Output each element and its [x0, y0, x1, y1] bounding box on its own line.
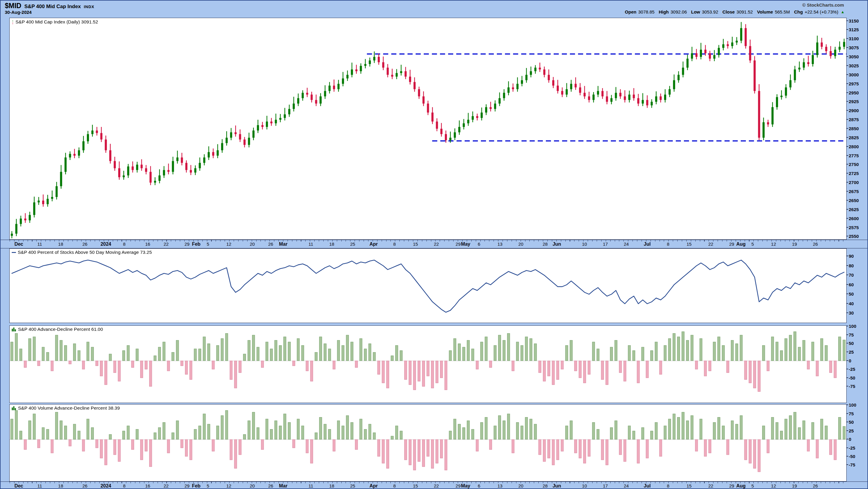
- x-axis-label: 25: [350, 483, 355, 488]
- y-axis-tick: [846, 119, 848, 120]
- price-panel-label: ↑↓ S&P 400 Mid Cap Index (Daily) 3091.52: [12, 19, 98, 25]
- x-axis-strip-bottom: Dec11182620248162229Feb5122026Mar111825A…: [1, 482, 868, 489]
- y-axis-label: 80: [849, 263, 854, 268]
- y-axis-tick: [846, 404, 848, 405]
- y-axis-label: 90: [849, 253, 854, 258]
- x-axis-label: 18: [329, 483, 335, 488]
- y-axis-tick: [846, 236, 848, 236]
- x-axis-label: 12: [226, 483, 231, 488]
- y-axis-label: 2650: [849, 197, 859, 203]
- y-axis-tick: [846, 265, 848, 266]
- volume-value: 565.5M: [775, 9, 790, 14]
- y-axis-tick: [846, 422, 848, 422]
- y-axis-tick: [846, 200, 848, 201]
- y-axis-label: 2700: [849, 180, 859, 185]
- y-axis-label: 3150: [849, 18, 859, 23]
- x-axis-label: Apr: [369, 483, 378, 489]
- y-axis-label: 0: [849, 358, 851, 363]
- y-axis-tick: [846, 439, 848, 439]
- low-value: 3053.92: [702, 9, 718, 14]
- y-axis-tick: [846, 456, 848, 457]
- y-axis-label: 3050: [849, 54, 859, 59]
- x-axis-label: 11: [309, 242, 313, 247]
- x-axis-label: 16: [145, 483, 150, 488]
- x-axis-label: 8: [394, 483, 396, 488]
- y-axis-tick: [846, 110, 848, 111]
- y-axis-tick: [846, 294, 848, 294]
- x-axis-label: 10: [582, 242, 587, 247]
- ad-percent-bar-canvas: [10, 326, 846, 403]
- open-label: Open: [625, 9, 637, 14]
- y-axis-tick: [846, 218, 848, 219]
- y-axis-label: -75: [849, 462, 856, 467]
- x-axis-label: 29: [456, 483, 461, 488]
- y-axis-label: 2550: [849, 234, 859, 239]
- x-axis-label: Dec: [14, 242, 23, 247]
- y-axis-label: 70: [849, 272, 854, 278]
- y-axis-label: 0: [849, 437, 851, 442]
- x-axis-label: 29: [730, 483, 735, 488]
- x-axis-label: 8: [123, 483, 125, 488]
- y-axis-tick: [846, 430, 848, 431]
- x-axis-label: 26: [268, 242, 273, 247]
- ad-percent-label-text: S&P 400 Advance-Decline Percent 61.00: [18, 327, 103, 332]
- y-axis-tick: [846, 164, 848, 164]
- x-axis-label: 2024: [100, 483, 111, 489]
- pct-above-50dma-label-text: S&P 400 Percent of Stocks Above 50 Day M…: [18, 250, 152, 255]
- y-axis-tick: [846, 303, 848, 304]
- y-axis-label: 3000: [849, 72, 859, 77]
- open-value: 3078.85: [638, 9, 654, 14]
- x-axis-label: 5: [751, 242, 754, 247]
- price-candlestick-canvas: [10, 18, 846, 239]
- y-axis-label: 3075: [849, 45, 859, 50]
- x-axis-label: 20: [518, 483, 523, 488]
- y-axis-label: 40: [849, 301, 854, 306]
- y-axis-tick: [846, 343, 848, 343]
- x-axis-label: 18: [58, 483, 63, 488]
- x-axis-label: 8: [667, 242, 669, 247]
- up-triangle-icon: ▲: [841, 10, 844, 14]
- volume-ad-percent-label: S&P 400 Volume Advance-Decline Percent 3…: [12, 405, 120, 411]
- x-axis-label: 17: [603, 242, 608, 247]
- y-axis-label: 2600: [849, 216, 859, 221]
- stockcharts-page: $MID S&P 400 Mid Cap Index INDX © StockC…: [0, 0, 868, 489]
- y-axis-tick: [846, 191, 848, 191]
- x-axis-label: 18: [329, 242, 335, 247]
- x-axis-label: Jun: [553, 483, 561, 489]
- copyright: © StockCharts.com: [802, 2, 844, 7]
- x-axis-label: Jun: [553, 242, 561, 247]
- x-axis-label: 12: [771, 483, 776, 488]
- x-axis-label: 8: [123, 242, 125, 247]
- x-axis-label: 11: [309, 483, 313, 488]
- y-axis-label: 2675: [849, 189, 859, 194]
- y-axis-label: 2725: [849, 171, 859, 176]
- chg-value: +22.54 (+0.73%): [805, 9, 838, 14]
- x-axis-label: 24: [624, 242, 629, 247]
- y-axis-tick: [846, 227, 848, 228]
- y-axis-tick: [846, 29, 848, 30]
- symbol-exchange: INDX: [84, 4, 94, 9]
- x-axis-label: 29: [456, 242, 461, 247]
- y-axis-label: 2975: [849, 81, 859, 86]
- y-axis-label: 25: [849, 428, 854, 433]
- y-axis-label: 50: [849, 292, 854, 297]
- x-axis-label: 5: [207, 242, 209, 247]
- x-axis-label: Apr: [369, 242, 378, 247]
- x-axis-label: 5: [207, 483, 209, 488]
- x-axis-label: Feb: [192, 483, 200, 489]
- y-axis-label: 2850: [849, 126, 859, 131]
- pct-above-50dma-line-canvas: [10, 249, 846, 323]
- x-axis-label: 26: [83, 483, 88, 488]
- symbol-name: S&P 400 Mid Cap Index: [24, 4, 81, 10]
- y-axis-tick: [846, 275, 848, 275]
- x-axis-label: 29: [184, 483, 189, 488]
- y-axis-tick: [846, 47, 848, 48]
- x-axis-label: 15: [687, 483, 692, 488]
- y-axis-label: 75: [849, 332, 854, 337]
- x-axis-label: 16: [145, 242, 150, 247]
- y-axis-label: 50: [849, 341, 854, 346]
- x-axis-label: 22: [708, 242, 713, 247]
- symbol: $MID: [5, 2, 21, 10]
- x-axis-label: 19: [792, 483, 797, 488]
- y-axis-label: 2750: [849, 162, 859, 167]
